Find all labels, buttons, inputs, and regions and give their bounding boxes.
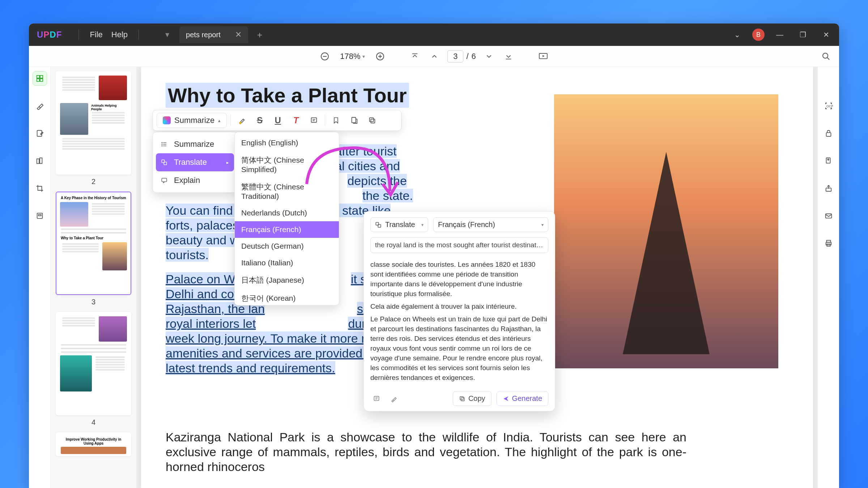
- minimize-button[interactable]: —: [772, 27, 788, 43]
- print-tool[interactable]: [821, 236, 836, 251]
- ocr-tool[interactable]: OCR: [821, 99, 836, 113]
- zoom-out-button[interactable]: [318, 50, 331, 63]
- crop-tool[interactable]: [33, 181, 47, 196]
- chat-icon: [161, 177, 169, 184]
- close-icon[interactable]: ✕: [235, 30, 242, 39]
- strikethrough-icon[interactable]: S: [252, 113, 267, 128]
- prev-page-button[interactable]: [428, 50, 441, 63]
- svg-rect-37: [374, 396, 379, 401]
- page-total: 6: [472, 52, 476, 61]
- svg-text:OCR: OCR: [826, 104, 833, 108]
- translate-target-select[interactable]: Français (French) ▾: [433, 217, 548, 232]
- svg-point-31: [162, 146, 162, 146]
- form-tool[interactable]: [33, 209, 47, 223]
- last-page-button[interactable]: [502, 50, 515, 63]
- page-indicator: 3 / 6: [447, 50, 476, 63]
- thumbnails-tool[interactable]: [33, 71, 47, 86]
- page-image-eiffel: [554, 94, 778, 368]
- thumbnail-page-4[interactable]: [56, 312, 131, 415]
- bookmark-icon[interactable]: [329, 113, 343, 128]
- insert-highlight-icon[interactable]: [388, 393, 400, 405]
- lang-item-italian[interactable]: Italiano (Italian): [235, 254, 339, 271]
- svg-line-10: [827, 57, 829, 60]
- first-page-button[interactable]: [408, 50, 421, 63]
- close-button[interactable]: ✕: [818, 27, 834, 43]
- pdf-page[interactable]: Why to Take a Plant Tour xxxxxxxxxxxxxxx…: [141, 67, 813, 488]
- chevron-down-icon: ▾: [362, 53, 365, 59]
- ai-translate-item[interactable]: Translate ▸: [156, 153, 234, 171]
- text-style-icon[interactable]: T: [289, 113, 303, 128]
- thumbnail-page-3[interactable]: A Key Phase in the History of Tourism Wh…: [56, 192, 131, 295]
- title-bar: UPDF File Help ▾ pets report ✕ ＋ ⌄ B — ❐…: [29, 23, 839, 46]
- svg-rect-20: [311, 118, 317, 123]
- next-page-button[interactable]: [482, 50, 495, 63]
- ai-summarize-item[interactable]: Summarize: [156, 135, 234, 153]
- separator: [139, 29, 139, 40]
- generate-button[interactable]: Generate: [497, 391, 548, 406]
- tab-home[interactable]: ▾: [156, 28, 178, 42]
- protect-tool[interactable]: [821, 126, 836, 141]
- organize-tool[interactable]: [33, 154, 47, 168]
- copy-icon[interactable]: [365, 113, 379, 128]
- zoom-level[interactable]: 178% ▾: [338, 52, 367, 61]
- lang-item-german[interactable]: Deutsch (German): [235, 238, 339, 254]
- copy-button[interactable]: Copy: [453, 391, 492, 406]
- highlight-tool[interactable]: [33, 99, 47, 113]
- translate-source-text[interactable]: the royal land is the most sought after …: [370, 237, 548, 253]
- share-tool[interactable]: [821, 181, 836, 196]
- thumb-label-4: 4: [56, 418, 131, 427]
- text-block-3: Kaziranga National Park is a showcase to…: [166, 430, 686, 474]
- tab-active[interactable]: pets report ✕: [179, 26, 248, 43]
- svg-rect-40: [461, 398, 464, 401]
- svg-rect-46: [825, 214, 831, 218]
- app-logo: UPDF: [37, 30, 62, 40]
- ai-explain-item[interactable]: Explain: [156, 171, 234, 189]
- chevron-down-icon: ▾: [541, 222, 544, 227]
- lang-item-japanese[interactable]: 日本語 (Japanese): [235, 271, 339, 289]
- email-tool[interactable]: [821, 209, 836, 223]
- selection-toolbar: Summarize ▴ S U T: [153, 110, 401, 131]
- menu-file[interactable]: File: [85, 30, 107, 39]
- language-menu: English (English) 简体中文 (Chinese Simplifi…: [234, 132, 339, 305]
- thumbnail-page-2[interactable]: Animals Helping People: [56, 71, 131, 175]
- lang-item-dutch[interactable]: Nederlands (Dutch): [235, 205, 339, 221]
- export-tool[interactable]: [821, 154, 836, 168]
- lang-item-english[interactable]: English (English): [235, 134, 339, 151]
- chevron-down-icon[interactable]: ⌄: [729, 27, 745, 43]
- svg-rect-19: [38, 214, 41, 216]
- highlight-color-icon[interactable]: [234, 113, 249, 128]
- svg-point-9: [823, 53, 828, 58]
- translate-mode-select[interactable]: Translate ▾: [370, 217, 428, 232]
- lang-item-simplified-chinese[interactable]: 简体中文 (Chinese Simplified): [235, 151, 339, 178]
- page-current-input[interactable]: 3: [447, 50, 463, 63]
- svg-rect-25: [370, 118, 374, 122]
- summarize-dropdown[interactable]: Summarize ▴: [157, 113, 227, 128]
- svg-rect-17: [40, 158, 42, 164]
- extract-icon[interactable]: [347, 113, 361, 128]
- underline-icon[interactable]: U: [271, 113, 285, 128]
- thumb-label-2: 2: [56, 177, 131, 186]
- zoom-in-button[interactable]: [374, 50, 387, 63]
- svg-rect-34: [162, 178, 167, 182]
- lang-item-french[interactable]: Français (French): [235, 221, 339, 238]
- lang-item-korean[interactable]: 한국어 (Korean): [235, 289, 339, 305]
- lang-item-traditional-chinese[interactable]: 繁體中文 (Chinese Traditional): [235, 178, 339, 205]
- thumbnail-page-5[interactable]: Improve Working Productivity in Using Ap…: [56, 432, 131, 456]
- app-body: Animals Helping People 2 A Key Phase in …: [29, 67, 839, 488]
- list-icon: [161, 141, 169, 147]
- menu-help[interactable]: Help: [107, 30, 132, 39]
- edit-tool[interactable]: [33, 126, 47, 141]
- presentation-button[interactable]: [537, 50, 550, 63]
- svg-rect-23: [352, 117, 356, 123]
- insert-note-icon[interactable]: [370, 393, 383, 405]
- copy-icon: [459, 395, 465, 402]
- thumbnails-panel: Animals Helping People 2 A Key Phase in …: [51, 67, 137, 488]
- svg-point-30: [162, 144, 162, 145]
- left-rail: [29, 67, 51, 488]
- tab-add-button[interactable]: ＋: [255, 29, 264, 40]
- note-icon[interactable]: [307, 113, 321, 128]
- maximize-button[interactable]: ❐: [795, 27, 811, 43]
- user-avatar[interactable]: B: [752, 29, 765, 41]
- search-button[interactable]: [820, 50, 833, 63]
- page-heading: Why to Take a Plant Tour: [166, 83, 409, 108]
